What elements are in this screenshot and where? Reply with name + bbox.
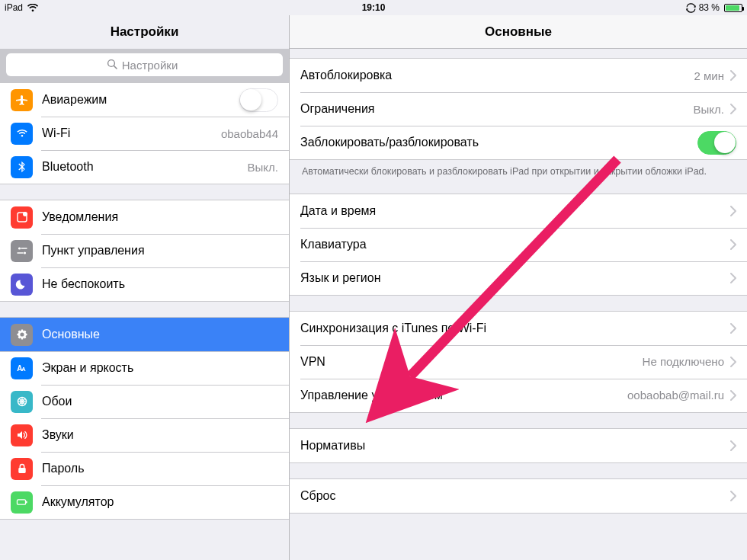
status-bar: iPad 19:10 83 %	[0, 0, 747, 15]
search-wrap: Настройки	[0, 49, 289, 82]
svg-text:A: A	[21, 366, 26, 373]
detail-group-reset: Сброс	[290, 478, 747, 514]
cell-value: Не подключено	[643, 355, 724, 368]
sidebar-item-general[interactable]: Основные	[0, 318, 289, 351]
cell-label: Звуки	[42, 428, 278, 442]
search-icon	[107, 59, 117, 72]
chevron-right-icon	[730, 70, 736, 81]
cell-label: Основные	[42, 328, 278, 341]
sidebar-item-display[interactable]: AA Экран и яркость	[0, 351, 289, 385]
detail-item-language[interactable]: Язык и регион	[290, 261, 747, 295]
detail-item-reset[interactable]: Сброс	[290, 479, 747, 513]
sidebar-item-airplane[interactable]: Авиарежим	[0, 83, 289, 117]
battery-settings-icon	[11, 491, 33, 514]
detail-group-sync: Синхронизация с iTunes по Wi-Fi VPN Не п…	[290, 311, 747, 413]
cell-label: Не беспокоить	[42, 277, 278, 291]
status-time: 19:10	[251, 2, 497, 13]
cell-label: Заблокировать/разблокировать	[300, 136, 697, 149]
sidebar-group-alerts: Уведомления Пункт управления Не беспокои…	[0, 200, 289, 302]
sidebar-title: Настройки	[0, 15, 289, 49]
wifi-settings-icon	[11, 123, 33, 145]
svg-point-4	[18, 247, 20, 249]
detail-item-keyboard[interactable]: Клавиатура	[290, 228, 747, 261]
wallpaper-icon	[11, 391, 33, 413]
cell-label: Язык и регион	[300, 271, 724, 285]
search-placeholder: Настройки	[122, 59, 178, 72]
detail-group-regulatory: Нормативы	[290, 428, 747, 463]
cell-label: Bluetooth	[42, 160, 248, 174]
chevron-right-icon	[730, 273, 736, 283]
device-label: iPad	[5, 2, 23, 13]
detail-item-device-mgmt[interactable]: Управление устройством oobaobab@mail.ru	[290, 379, 747, 412]
detail-item-lock-unlock[interactable]: Заблокировать/разблокировать	[290, 126, 747, 159]
chevron-right-icon	[730, 239, 736, 250]
detail-group-datetime: Дата и время Клавиатура Язык и регион	[290, 194, 747, 296]
sidebar-item-notifications[interactable]: Уведомления	[0, 200, 289, 234]
cell-label: Пункт управления	[42, 244, 278, 258]
cell-label: Уведомления	[42, 210, 278, 224]
cell-label: Автоблокировка	[300, 69, 694, 82]
sync-icon	[686, 3, 696, 13]
dnd-icon	[11, 274, 33, 296]
detail-group-lock: Автоблокировка 2 мин Ограничения Выкл. З…	[290, 58, 747, 160]
sidebar-item-battery[interactable]: Аккумулятор	[0, 485, 289, 519]
battery-pct: 83 %	[699, 2, 720, 13]
cell-label: Нормативы	[300, 439, 724, 453]
sidebar-item-dnd[interactable]: Не беспокоить	[0, 267, 289, 301]
cell-label: Управление устройством	[300, 389, 627, 402]
airplane-icon	[11, 89, 33, 111]
group-footer: Автоматически блокировать и разблокирова…	[290, 160, 747, 178]
svg-line-1	[114, 66, 117, 69]
cell-value: 2 мин	[694, 69, 725, 82]
sidebar-item-control-center[interactable]: Пункт управления	[0, 234, 289, 267]
detail-item-regulatory[interactable]: Нормативы	[290, 429, 747, 462]
cell-label: Клавиатура	[300, 238, 724, 251]
cell-value: oobaobab@mail.ru	[627, 389, 724, 402]
cell-label: Синхронизация с iTunes по Wi-Fi	[300, 322, 724, 335]
cell-label: Ограничения	[300, 102, 694, 116]
chevron-right-icon	[730, 440, 736, 451]
wifi-icon	[27, 4, 38, 12]
detail-item-vpn[interactable]: VPN Не подключено	[290, 345, 747, 379]
svg-point-6	[23, 251, 25, 254]
sidebar-item-passcode[interactable]: Пароль	[0, 452, 289, 485]
cell-label: Wi-Fi	[42, 126, 221, 140]
detail-title: Основные	[290, 15, 747, 49]
sidebar-item-bluetooth[interactable]: Bluetooth Выкл.	[0, 150, 289, 184]
chevron-right-icon	[730, 390, 736, 401]
gear-icon	[11, 324, 33, 346]
cell-label: VPN	[300, 355, 643, 369]
settings-sidebar: Настройки Настройки	[0, 15, 290, 560]
bluetooth-icon	[11, 156, 33, 178]
svg-rect-18	[26, 501, 27, 504]
cell-label: Дата и время	[300, 204, 724, 218]
sidebar-item-wifi[interactable]: Wi-Fi obaobab44	[0, 117, 289, 150]
detail-pane: Основные Автоблокировка 2 мин Ограничени…	[290, 15, 747, 560]
lock-unlock-switch[interactable]	[697, 131, 736, 155]
sounds-icon	[11, 424, 33, 446]
chevron-right-icon	[730, 104, 736, 114]
sidebar-item-wallpaper[interactable]: Обои	[0, 385, 289, 418]
cell-label: Сброс	[300, 489, 724, 503]
battery-icon	[723, 4, 742, 12]
chevron-right-icon	[730, 206, 736, 216]
sidebar-group-connectivity: Авиарежим Wi-Fi obaobab44	[0, 82, 289, 184]
sidebar-item-sounds[interactable]: Звуки	[0, 418, 289, 452]
chevron-right-icon	[730, 357, 736, 367]
svg-rect-16	[18, 468, 25, 473]
detail-item-itunes-wifi[interactable]: Синхронизация с iTunes по Wi-Fi	[290, 312, 747, 345]
detail-item-restrictions[interactable]: Ограничения Выкл.	[290, 92, 747, 126]
cell-value: Выкл.	[694, 103, 724, 116]
detail-item-autolock[interactable]: Автоблокировка 2 мин	[290, 59, 747, 92]
airplane-switch[interactable]	[239, 88, 278, 112]
cell-label: Экран и яркость	[42, 361, 278, 375]
cell-label: Авиарежим	[42, 93, 239, 107]
sidebar-group-device: Основные AA Экран и яркость Обои	[0, 317, 289, 520]
search-input[interactable]: Настройки	[6, 53, 283, 76]
cell-label: Аккумулятор	[42, 495, 278, 509]
display-icon: AA	[11, 357, 33, 379]
cell-label: Пароль	[42, 462, 278, 475]
detail-item-datetime[interactable]: Дата и время	[290, 194, 747, 228]
notifications-icon	[11, 206, 33, 229]
svg-rect-17	[17, 500, 25, 504]
